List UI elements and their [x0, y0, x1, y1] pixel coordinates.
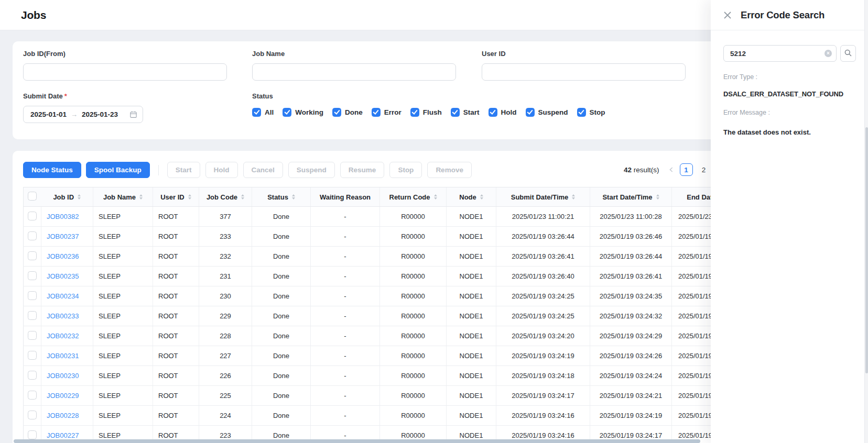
- status-checkbox[interactable]: [451, 108, 460, 117]
- job-action-button[interactable]: Suspend: [288, 162, 335, 178]
- status-checkbox-item[interactable]: Done: [332, 108, 363, 117]
- status-checkbox[interactable]: [372, 108, 381, 117]
- job-action-button[interactable]: Remove: [427, 162, 472, 178]
- vertical-scrollbar[interactable]: [864, 0, 868, 443]
- column-header[interactable]: User ID: [153, 187, 199, 207]
- column-header[interactable]: Job Name: [93, 187, 153, 207]
- job-id-link[interactable]: JOB00231: [47, 352, 79, 360]
- error-code-search-row: ×: [723, 45, 856, 62]
- result-label: result(s): [634, 166, 659, 174]
- start-datetime-cell: 2025/01/19 03:24:21: [590, 386, 672, 406]
- status-checkbox-item[interactable]: Start: [451, 108, 480, 117]
- primary-action-button[interactable]: Node Status: [23, 162, 81, 178]
- status-checkbox[interactable]: [526, 108, 535, 117]
- column-header[interactable]: Submit Date/Time: [496, 187, 590, 207]
- user-id-cell: ROOT: [153, 267, 199, 286]
- horizontal-scrollbar[interactable]: [13, 439, 710, 443]
- job-id-link[interactable]: JOB00233: [47, 312, 79, 320]
- user-id-input[interactable]: [482, 63, 686, 81]
- status-option-label: Flush: [423, 108, 442, 116]
- status-checkbox-item[interactable]: All: [252, 108, 274, 117]
- search-button[interactable]: [840, 45, 856, 62]
- row-checkbox[interactable]: [28, 311, 37, 320]
- status-checkbox[interactable]: [332, 108, 341, 117]
- row-checkbox[interactable]: [28, 212, 37, 220]
- status-cell: Done: [252, 227, 311, 247]
- row-checkbox[interactable]: [28, 291, 37, 300]
- sort-icon: [656, 194, 659, 200]
- panel-header: Error Code Search: [711, 0, 865, 30]
- column-header[interactable]: Job Code: [199, 187, 252, 207]
- page-button[interactable]: 1: [680, 163, 693, 176]
- column-header[interactable]: Return Code: [380, 187, 447, 207]
- status-cell: Done: [252, 326, 311, 346]
- job-action-button[interactable]: Resume: [340, 162, 385, 178]
- job-id-link[interactable]: JOB00228: [47, 412, 79, 419]
- column-header[interactable]: Waiting Reason: [311, 187, 380, 207]
- column-header[interactable]: Status: [252, 187, 311, 207]
- job-name-cell: SLEEP: [93, 247, 153, 267]
- row-checkbox[interactable]: [28, 231, 37, 240]
- user-id-cell: ROOT: [153, 346, 199, 366]
- row-checkbox[interactable]: [28, 271, 37, 280]
- job-id-link[interactable]: JOB00232: [47, 332, 79, 340]
- job-id-link[interactable]: JOB00227: [47, 431, 79, 439]
- horizontal-scrollbar-thumb[interactable]: [14, 439, 700, 443]
- job-id-link[interactable]: JOB00235: [47, 272, 79, 280]
- row-checkbox[interactable]: [28, 371, 37, 380]
- status-checkbox-item[interactable]: Hold: [489, 108, 517, 117]
- user-id-cell: ROOT: [153, 247, 199, 267]
- error-message-label: Error Message :: [723, 109, 770, 116]
- job-action-button[interactable]: Stop: [389, 162, 422, 178]
- row-checkbox[interactable]: [28, 351, 37, 360]
- status-checkbox-item[interactable]: Suspend: [526, 108, 568, 117]
- job-action-button[interactable]: Hold: [205, 162, 238, 178]
- status-checkbox-item[interactable]: Flush: [410, 108, 442, 117]
- job-id-link[interactable]: JOB00229: [47, 392, 79, 400]
- status-checkbox[interactable]: [410, 108, 419, 117]
- status-checkbox[interactable]: [252, 108, 261, 117]
- status-cell: Done: [252, 247, 311, 267]
- status-checkbox-item[interactable]: Error: [372, 108, 402, 117]
- job-name-cell: SLEEP: [93, 406, 153, 426]
- field-job-id: Job ID(From): [23, 50, 227, 81]
- status-checkbox[interactable]: [577, 108, 586, 117]
- status-checkbox-item[interactable]: Working: [283, 108, 323, 117]
- job-id-input[interactable]: [23, 63, 227, 81]
- node-cell: NODE1: [447, 306, 496, 326]
- date-range-input[interactable]: 2025-01-01 → 2025-01-23: [23, 106, 143, 123]
- error-code-input[interactable]: [723, 45, 837, 62]
- job-id-link[interactable]: JOB00237: [47, 232, 79, 240]
- status-checkbox[interactable]: [283, 108, 291, 117]
- job-name-cell: SLEEP: [93, 267, 153, 286]
- job-action-button[interactable]: Cancel: [243, 162, 283, 178]
- page-button[interactable]: 2: [698, 163, 710, 176]
- status-cell: Done: [252, 207, 311, 227]
- row-checkbox[interactable]: [28, 331, 37, 340]
- select-all-checkbox[interactable]: [28, 192, 37, 201]
- row-checkbox[interactable]: [28, 391, 37, 400]
- vertical-scrollbar-thumb[interactable]: [865, 127, 868, 373]
- status-checkbox[interactable]: [489, 108, 497, 117]
- job-id-link[interactable]: JOB00236: [47, 252, 79, 260]
- submit-datetime-cell: 2025/01/19 03:24:16: [496, 406, 590, 426]
- column-header[interactable]: Start Date/Time: [590, 187, 672, 207]
- row-checkbox[interactable]: [28, 430, 37, 439]
- primary-action-button[interactable]: Spool Backup: [86, 162, 150, 178]
- prev-page-icon[interactable]: [668, 166, 675, 173]
- job-id-link[interactable]: JOB00230: [47, 372, 79, 380]
- status-option-label: Working: [295, 108, 323, 116]
- clear-input-icon[interactable]: ×: [824, 50, 832, 57]
- job-id-link[interactable]: JOB00234: [47, 292, 79, 300]
- job-id-link[interactable]: JOB00382: [47, 213, 79, 220]
- job-name-input[interactable]: [252, 63, 456, 81]
- row-checkbox[interactable]: [28, 251, 37, 260]
- column-header[interactable]: Job ID: [41, 187, 93, 207]
- status-checkbox-item[interactable]: Stop: [577, 108, 605, 117]
- job-action-button[interactable]: Start: [167, 162, 200, 178]
- return-code-cell: R00000: [380, 326, 447, 346]
- row-checkbox[interactable]: [28, 411, 37, 419]
- close-icon[interactable]: [722, 10, 733, 20]
- job-code-cell: 377: [199, 207, 252, 227]
- column-header[interactable]: Node: [447, 187, 496, 207]
